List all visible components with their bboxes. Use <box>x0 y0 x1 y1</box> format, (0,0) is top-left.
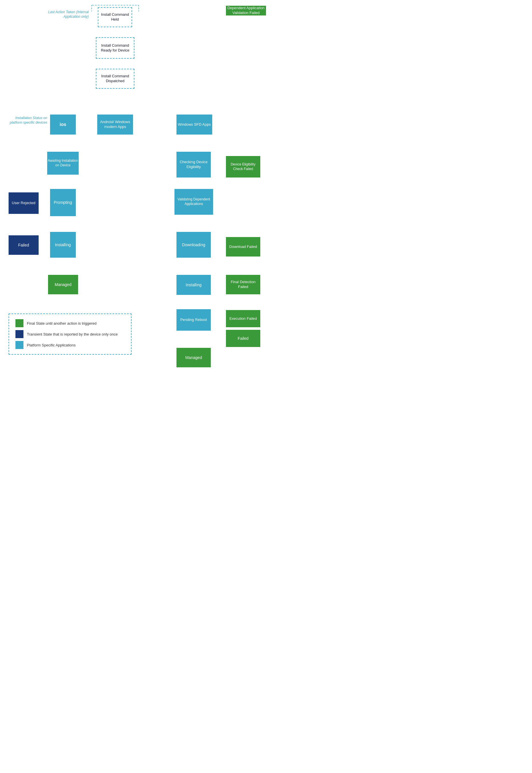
box-android-windows: Android/ Windows modern Apps <box>97 114 133 134</box>
box-install-held: Install Command Held <box>98 7 132 27</box>
box-windows-sfd: Windows SFD Apps <box>176 114 212 134</box>
box-failed-ios: Failed <box>9 235 39 255</box>
box-download-failed: Download Failed <box>226 237 260 257</box>
box-device-eligibility-failed: Device Eligibility Check Failed <box>226 156 260 177</box>
box-validating-deps: Validating Dependent Applications <box>174 189 213 215</box>
box-final-detection-failed: Final Detection Failed <box>226 275 260 294</box>
box-managed-win: Managed <box>176 348 211 367</box>
legend-item-dark-blue: Transient State that is reported by the … <box>15 330 125 338</box>
box-pending-reboot: Pending Reboot <box>176 309 211 331</box>
legend-light-blue-label: Platform Specific Applications <box>27 343 76 347</box>
box-downloading: Downloading <box>176 232 211 258</box>
box-managed-ios: Managed <box>48 275 78 294</box>
box-installing-win: Installing <box>176 275 211 295</box>
diagram-container: Last Action Taken (Internal Application … <box>0 0 266 11</box>
box-ios: ios <box>50 114 76 134</box>
box-prompting: Prompting <box>50 189 76 216</box>
box-dep-app-validation-failed: Dependent Application Validation Failed <box>226 6 266 15</box>
legend-green-label: Final State until another action is trig… <box>27 321 97 326</box>
legend: Final State until another action is trig… <box>9 314 132 355</box>
box-installing-ios: Installing <box>50 232 76 258</box>
legend-item-light-blue: Platform Specific Applications <box>15 341 125 349</box>
legend-dark-blue-swatch <box>15 330 23 338</box>
annotation-install-status: Installation Status on platform specific… <box>9 116 47 125</box>
box-failed-win: Failed <box>226 330 260 347</box>
legend-dark-blue-label: Transient State that is reported by the … <box>27 332 118 336</box>
legend-light-blue-swatch <box>15 341 23 349</box>
box-install-dispatched: Install Command Dispatched <box>96 69 134 89</box>
box-checking-eligibility: Checking Device Eligibility <box>176 152 211 177</box>
box-execution-failed: Execution Failed <box>226 310 260 327</box>
box-install-ready: Install Command Ready for Device <box>96 37 134 59</box>
box-user-rejected: User Rejected <box>9 192 39 214</box>
box-awaiting: Awaiting Installation on Device <box>47 152 79 174</box>
annotation-last-action: Last Action Taken (Internal Application … <box>44 10 89 19</box>
legend-item-green: Final State until another action is trig… <box>15 319 125 327</box>
legend-green-swatch <box>15 319 23 327</box>
